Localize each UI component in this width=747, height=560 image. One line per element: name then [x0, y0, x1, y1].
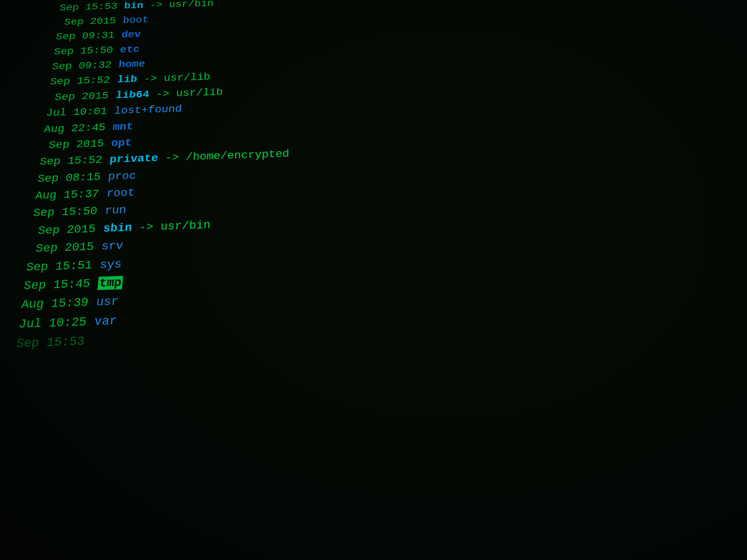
dir-name: srv: [101, 239, 124, 253]
dir-name: mnt: [112, 121, 133, 133]
dir-name: root: [106, 187, 135, 200]
dir-name: dev: [121, 29, 142, 40]
line-right: dev: [121, 27, 142, 43]
arrow-target: -> /home/encrypted: [165, 148, 289, 164]
line-right: lost+found: [114, 101, 182, 119]
arrow-target: -> usr/bin: [139, 219, 211, 234]
dir-name: opt: [111, 137, 132, 149]
dir-name: etc: [120, 44, 140, 55]
terminal-content: .. Sep 15:53 bin -> usr/bin Sep 2015 boo…: [0, 0, 747, 358]
terminal-screen: .. Sep 15:53 bin -> usr/bin Sep 2015 boo…: [0, 0, 747, 560]
line-right: run: [104, 202, 127, 220]
line-right: srv: [100, 237, 124, 255]
line-right: sys: [99, 255, 123, 274]
dir-name: usr: [96, 295, 119, 309]
line-right: proc: [107, 167, 137, 185]
line-right: var: [93, 311, 118, 332]
line-right: mnt: [112, 118, 134, 135]
line-right: root: [106, 184, 135, 202]
dir-name: lost+found: [114, 103, 182, 117]
dir-name: proc: [108, 169, 137, 183]
dir-name: boot: [122, 15, 149, 26]
dir-name: var: [94, 314, 117, 329]
dir-name: private: [109, 152, 158, 166]
dir-name: bin: [124, 0, 144, 11]
dir-name: home: [118, 59, 145, 70]
dir-name: sbin: [103, 221, 133, 235]
line-right: usr: [95, 292, 119, 312]
line-right: tmp: [97, 273, 124, 293]
arrow-target: -> usr/bin: [149, 0, 214, 10]
dir-name: lib: [117, 74, 137, 85]
dir-name: sys: [99, 258, 122, 271]
arrow-target: -> usr/lib: [155, 87, 223, 100]
line-right: opt: [111, 134, 133, 152]
line-right: sbin -> usr/bin: [102, 216, 211, 237]
line-right: boot: [122, 13, 149, 28]
dir-name: lib64: [115, 89, 149, 101]
line-right: home: [118, 56, 146, 72]
dir-name-highlighted: tmp: [97, 276, 123, 290]
arrow-target: -> usr/lib: [143, 72, 211, 85]
dir-name: run: [104, 204, 127, 217]
line-left: Sep 15:53: [0, 332, 93, 358]
line-right: etc: [120, 42, 140, 57]
